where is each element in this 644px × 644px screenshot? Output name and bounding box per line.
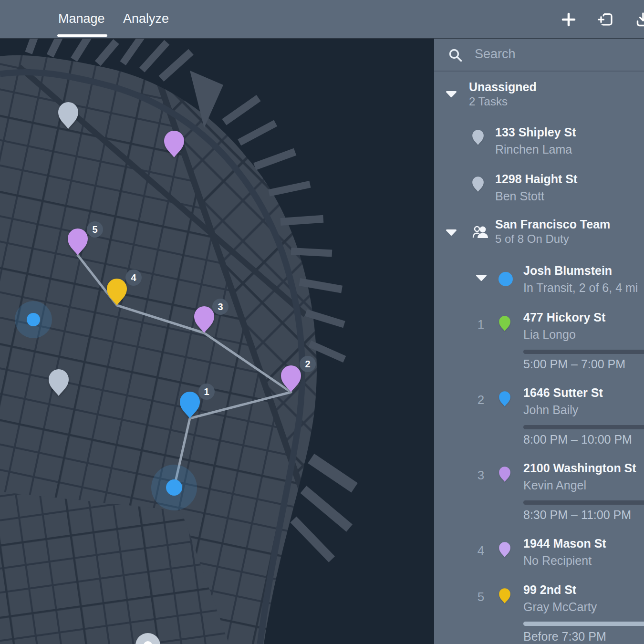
stop-pin-5[interactable] [67, 227, 89, 255]
unassigned-section-header[interactable]: Unassigned 2 Tasks [434, 80, 644, 118]
time-window-label: Before 7:30 PM [523, 630, 606, 644]
stop-recipient: Lia Longo [523, 327, 605, 342]
driver-avatar [499, 272, 513, 286]
stop-pin-icon [499, 587, 511, 603]
task-pin-icon [472, 129, 484, 145]
top-navigation-bar: Manage Analyze [0, 0, 644, 39]
time-window-bar [523, 425, 644, 429]
time-window-bar [523, 350, 644, 354]
unassigned-task-row[interactable]: 1298 Haight St Ben Stott [434, 172, 644, 206]
stop-recipient: Kevin Angel [523, 478, 636, 493]
task-pin-icon [472, 176, 484, 192]
task-address: 133 Shipley St [495, 125, 576, 140]
chevron-down-icon[interactable] [446, 91, 457, 97]
stop-number: 1 [475, 317, 487, 332]
route-stop-row[interactable]: 5 99 2nd St Gray McCarty [434, 582, 644, 619]
chevron-down-icon[interactable] [476, 275, 487, 281]
stop-pin-icon [499, 541, 511, 557]
section-title: San Francisco Team [495, 217, 610, 232]
team-icon [471, 225, 489, 240]
unassigned-task-pin[interactable] [57, 100, 79, 129]
stop-recipient: Gray McCarty [523, 600, 597, 614]
tab-manage[interactable]: Manage [58, 11, 105, 26]
stop-pin-4[interactable] [106, 277, 128, 305]
route-stop-row[interactable]: 2 1646 Sutter St John Baily [434, 385, 644, 422]
unassigned-task-row[interactable]: 133 Shipley St Rinchen Lama [434, 125, 644, 159]
tab-analyze[interactable]: Analyze [123, 11, 169, 26]
stop-recipient: John Baily [523, 403, 603, 417]
search-bar[interactable]: Search [434, 39, 644, 72]
cluster-marker[interactable] [135, 633, 160, 644]
unassigned-task-pin[interactable] [48, 367, 70, 396]
driver-status: In Transit, 2 of 6, 4 mi [523, 280, 638, 295]
stop-badge-5: 5 [87, 221, 103, 238]
stop-address: 1944 Mason St [523, 536, 606, 551]
stop-pin-icon [499, 390, 511, 406]
stop-number: 4 [475, 543, 487, 558]
section-subtitle: 2 Tasks [469, 94, 537, 109]
import-tasks-icon[interactable] [597, 11, 614, 28]
time-window-bar [523, 500, 644, 505]
stop-badge-2: 2 [300, 356, 316, 372]
chevron-down-icon[interactable] [446, 229, 457, 236]
stop-address: 99 2nd St [523, 582, 597, 597]
task-recipient: Rinchen Lama [495, 142, 576, 157]
stop-address: 477 Hickory St [523, 310, 605, 325]
task-pin-purple[interactable] [163, 129, 185, 157]
team-section-header[interactable]: San Francisco Team 5 of 8 On Duty [434, 217, 644, 255]
section-title: Unassigned [469, 80, 537, 94]
time-window-bar [523, 622, 644, 626]
section-subtitle: 5 of 8 On Duty [495, 232, 610, 246]
task-sidebar: Search Unassigned 2 Tasks 133 Shipley St… [434, 39, 644, 644]
stop-recipient: No Recipient [523, 553, 606, 568]
stop-address: 1646 Sutter St [523, 385, 603, 400]
search-icon [448, 48, 463, 62]
stop-pin-3[interactable] [193, 304, 215, 333]
stop-pin-icon [499, 466, 511, 482]
active-tab-underline [57, 34, 107, 37]
time-window-label: 5:00 PM – 7:00 PM [523, 357, 625, 371]
add-task-icon[interactable] [560, 11, 577, 28]
map-marker-layer: 54321 [0, 39, 434, 644]
time-window-label: 8:30 PM – 11:00 PM [523, 508, 631, 522]
time-window-label: 8:00 PM – 10:00 PM [523, 433, 632, 447]
stop-badge-1: 1 [198, 384, 215, 400]
stop-number: 2 [475, 393, 487, 407]
map-canvas[interactable]: 54321 [0, 39, 434, 644]
route-stop-row[interactable]: 1 477 Hickory St Lia Longo [434, 310, 644, 346]
task-recipient: Ben Stott [495, 189, 577, 204]
stop-pin-icon [499, 315, 511, 331]
stop-pin-1[interactable] [179, 390, 201, 418]
stop-number: 5 [475, 590, 487, 604]
driver-location-dot[interactable] [151, 465, 197, 510]
stop-badge-4: 4 [125, 270, 142, 286]
stop-number: 3 [475, 468, 487, 483]
route-stop-row[interactable]: 3 2100 Washington St Kevin Angel [434, 461, 644, 497]
task-address: 1298 Haight St [495, 172, 577, 187]
export-download-icon[interactable] [634, 11, 644, 28]
driver-location-dot[interactable] [15, 301, 52, 338]
stop-pin-2[interactable] [280, 364, 302, 392]
route-stop-row[interactable]: 4 1944 Mason St No Recipient [434, 536, 644, 572]
stop-address: 2100 Washington St [523, 461, 636, 476]
driver-row[interactable]: Josh Blumstein In Transit, 2 of 6, 4 mi [434, 263, 644, 301]
search-input[interactable]: Search [475, 47, 516, 62]
driver-name: Josh Blumstein [523, 263, 638, 278]
